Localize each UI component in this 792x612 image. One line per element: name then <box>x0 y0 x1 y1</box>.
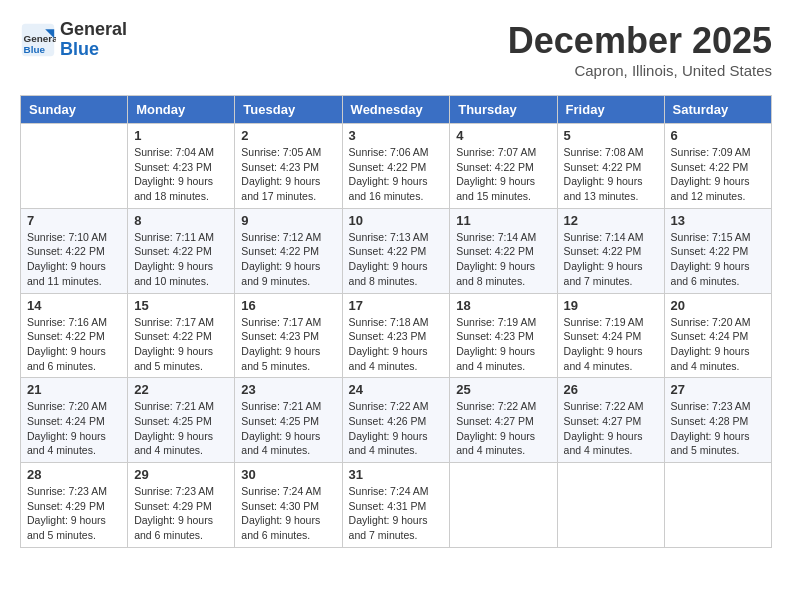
day-info: Sunrise: 7:19 AM Sunset: 4:24 PM Dayligh… <box>564 315 658 374</box>
logo-icon: General Blue <box>20 22 56 58</box>
calendar-cell: 10Sunrise: 7:13 AM Sunset: 4:22 PM Dayli… <box>342 208 450 293</box>
calendar-cell: 23Sunrise: 7:21 AM Sunset: 4:25 PM Dayli… <box>235 378 342 463</box>
day-number: 4 <box>456 128 550 143</box>
day-number: 24 <box>349 382 444 397</box>
day-header-monday: Monday <box>128 96 235 124</box>
day-number: 31 <box>349 467 444 482</box>
day-number: 20 <box>671 298 765 313</box>
week-row-1: 1Sunrise: 7:04 AM Sunset: 4:23 PM Daylig… <box>21 124 772 209</box>
day-number: 5 <box>564 128 658 143</box>
day-header-sunday: Sunday <box>21 96 128 124</box>
day-number: 25 <box>456 382 550 397</box>
calendar: SundayMondayTuesdayWednesdayThursdayFrid… <box>20 95 772 548</box>
day-number: 19 <box>564 298 658 313</box>
day-info: Sunrise: 7:14 AM Sunset: 4:22 PM Dayligh… <box>564 230 658 289</box>
calendar-header-row: SundayMondayTuesdayWednesdayThursdayFrid… <box>21 96 772 124</box>
calendar-cell: 9Sunrise: 7:12 AM Sunset: 4:22 PM Daylig… <box>235 208 342 293</box>
calendar-cell <box>21 124 128 209</box>
calendar-cell <box>450 463 557 548</box>
location: Capron, Illinois, United States <box>508 62 772 79</box>
calendar-cell: 3Sunrise: 7:06 AM Sunset: 4:22 PM Daylig… <box>342 124 450 209</box>
day-info: Sunrise: 7:06 AM Sunset: 4:22 PM Dayligh… <box>349 145 444 204</box>
day-number: 28 <box>27 467 121 482</box>
week-row-3: 14Sunrise: 7:16 AM Sunset: 4:22 PM Dayli… <box>21 293 772 378</box>
day-info: Sunrise: 7:24 AM Sunset: 4:30 PM Dayligh… <box>241 484 335 543</box>
month-title: December 2025 <box>508 20 772 62</box>
day-info: Sunrise: 7:20 AM Sunset: 4:24 PM Dayligh… <box>671 315 765 374</box>
calendar-cell: 1Sunrise: 7:04 AM Sunset: 4:23 PM Daylig… <box>128 124 235 209</box>
day-info: Sunrise: 7:14 AM Sunset: 4:22 PM Dayligh… <box>456 230 550 289</box>
day-info: Sunrise: 7:21 AM Sunset: 4:25 PM Dayligh… <box>134 399 228 458</box>
calendar-cell: 17Sunrise: 7:18 AM Sunset: 4:23 PM Dayli… <box>342 293 450 378</box>
calendar-cell: 7Sunrise: 7:10 AM Sunset: 4:22 PM Daylig… <box>21 208 128 293</box>
day-info: Sunrise: 7:16 AM Sunset: 4:22 PM Dayligh… <box>27 315 121 374</box>
day-number: 22 <box>134 382 228 397</box>
title-area: December 2025 Capron, Illinois, United S… <box>508 20 772 79</box>
day-number: 2 <box>241 128 335 143</box>
week-row-4: 21Sunrise: 7:20 AM Sunset: 4:24 PM Dayli… <box>21 378 772 463</box>
day-number: 27 <box>671 382 765 397</box>
day-info: Sunrise: 7:23 AM Sunset: 4:28 PM Dayligh… <box>671 399 765 458</box>
calendar-cell <box>664 463 771 548</box>
calendar-cell: 31Sunrise: 7:24 AM Sunset: 4:31 PM Dayli… <box>342 463 450 548</box>
day-info: Sunrise: 7:08 AM Sunset: 4:22 PM Dayligh… <box>564 145 658 204</box>
day-header-wednesday: Wednesday <box>342 96 450 124</box>
calendar-cell: 20Sunrise: 7:20 AM Sunset: 4:24 PM Dayli… <box>664 293 771 378</box>
day-number: 21 <box>27 382 121 397</box>
logo-text: General Blue <box>60 20 127 60</box>
day-info: Sunrise: 7:17 AM Sunset: 4:22 PM Dayligh… <box>134 315 228 374</box>
day-number: 29 <box>134 467 228 482</box>
day-info: Sunrise: 7:20 AM Sunset: 4:24 PM Dayligh… <box>27 399 121 458</box>
calendar-cell: 4Sunrise: 7:07 AM Sunset: 4:22 PM Daylig… <box>450 124 557 209</box>
week-row-5: 28Sunrise: 7:23 AM Sunset: 4:29 PM Dayli… <box>21 463 772 548</box>
day-number: 9 <box>241 213 335 228</box>
logo-blue: Blue <box>60 40 127 60</box>
calendar-cell: 2Sunrise: 7:05 AM Sunset: 4:23 PM Daylig… <box>235 124 342 209</box>
calendar-cell: 30Sunrise: 7:24 AM Sunset: 4:30 PM Dayli… <box>235 463 342 548</box>
day-number: 14 <box>27 298 121 313</box>
calendar-cell: 13Sunrise: 7:15 AM Sunset: 4:22 PM Dayli… <box>664 208 771 293</box>
day-number: 7 <box>27 213 121 228</box>
day-info: Sunrise: 7:13 AM Sunset: 4:22 PM Dayligh… <box>349 230 444 289</box>
day-number: 17 <box>349 298 444 313</box>
calendar-cell <box>557 463 664 548</box>
day-number: 18 <box>456 298 550 313</box>
day-info: Sunrise: 7:09 AM Sunset: 4:22 PM Dayligh… <box>671 145 765 204</box>
day-number: 16 <box>241 298 335 313</box>
day-header-thursday: Thursday <box>450 96 557 124</box>
calendar-cell: 12Sunrise: 7:14 AM Sunset: 4:22 PM Dayli… <box>557 208 664 293</box>
calendar-cell: 15Sunrise: 7:17 AM Sunset: 4:22 PM Dayli… <box>128 293 235 378</box>
day-info: Sunrise: 7:11 AM Sunset: 4:22 PM Dayligh… <box>134 230 228 289</box>
day-number: 13 <box>671 213 765 228</box>
day-info: Sunrise: 7:18 AM Sunset: 4:23 PM Dayligh… <box>349 315 444 374</box>
header: General Blue General Blue December 2025 … <box>20 20 772 79</box>
day-header-tuesday: Tuesday <box>235 96 342 124</box>
day-number: 11 <box>456 213 550 228</box>
calendar-cell: 28Sunrise: 7:23 AM Sunset: 4:29 PM Dayli… <box>21 463 128 548</box>
week-row-2: 7Sunrise: 7:10 AM Sunset: 4:22 PM Daylig… <box>21 208 772 293</box>
day-info: Sunrise: 7:22 AM Sunset: 4:27 PM Dayligh… <box>564 399 658 458</box>
calendar-cell: 24Sunrise: 7:22 AM Sunset: 4:26 PM Dayli… <box>342 378 450 463</box>
calendar-cell: 14Sunrise: 7:16 AM Sunset: 4:22 PM Dayli… <box>21 293 128 378</box>
day-header-saturday: Saturday <box>664 96 771 124</box>
day-info: Sunrise: 7:10 AM Sunset: 4:22 PM Dayligh… <box>27 230 121 289</box>
day-info: Sunrise: 7:21 AM Sunset: 4:25 PM Dayligh… <box>241 399 335 458</box>
day-number: 6 <box>671 128 765 143</box>
calendar-cell: 6Sunrise: 7:09 AM Sunset: 4:22 PM Daylig… <box>664 124 771 209</box>
day-number: 26 <box>564 382 658 397</box>
day-info: Sunrise: 7:24 AM Sunset: 4:31 PM Dayligh… <box>349 484 444 543</box>
calendar-cell: 27Sunrise: 7:23 AM Sunset: 4:28 PM Dayli… <box>664 378 771 463</box>
svg-text:Blue: Blue <box>24 43 46 54</box>
calendar-cell: 29Sunrise: 7:23 AM Sunset: 4:29 PM Dayli… <box>128 463 235 548</box>
calendar-cell: 11Sunrise: 7:14 AM Sunset: 4:22 PM Dayli… <box>450 208 557 293</box>
calendar-cell: 22Sunrise: 7:21 AM Sunset: 4:25 PM Dayli… <box>128 378 235 463</box>
day-info: Sunrise: 7:07 AM Sunset: 4:22 PM Dayligh… <box>456 145 550 204</box>
calendar-cell: 25Sunrise: 7:22 AM Sunset: 4:27 PM Dayli… <box>450 378 557 463</box>
day-info: Sunrise: 7:17 AM Sunset: 4:23 PM Dayligh… <box>241 315 335 374</box>
day-number: 10 <box>349 213 444 228</box>
day-info: Sunrise: 7:19 AM Sunset: 4:23 PM Dayligh… <box>456 315 550 374</box>
day-info: Sunrise: 7:22 AM Sunset: 4:26 PM Dayligh… <box>349 399 444 458</box>
day-info: Sunrise: 7:04 AM Sunset: 4:23 PM Dayligh… <box>134 145 228 204</box>
calendar-cell: 19Sunrise: 7:19 AM Sunset: 4:24 PM Dayli… <box>557 293 664 378</box>
day-info: Sunrise: 7:05 AM Sunset: 4:23 PM Dayligh… <box>241 145 335 204</box>
